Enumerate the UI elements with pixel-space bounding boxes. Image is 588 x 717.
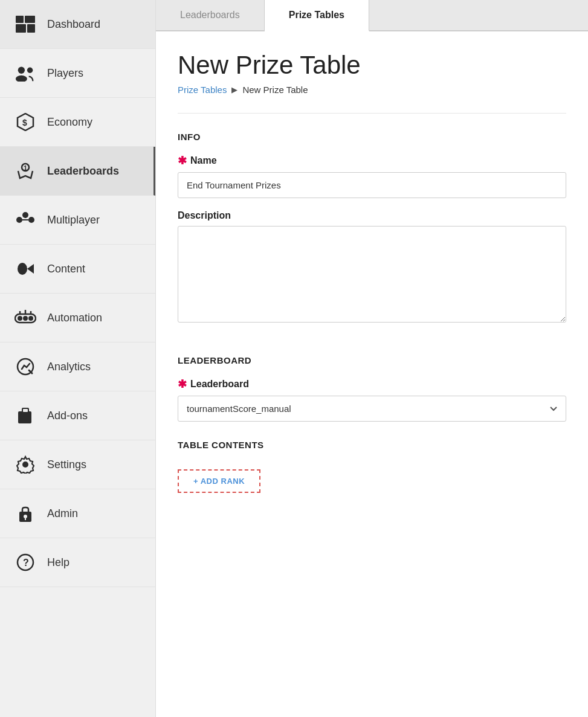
sidebar-item-addons[interactable]: Add-ons <box>0 391 155 440</box>
leaderboards-icon: 1 <box>15 160 36 182</box>
name-input[interactable] <box>178 172 566 198</box>
svg-point-20 <box>23 316 28 321</box>
svg-point-32 <box>24 515 27 518</box>
svg-point-16 <box>18 263 27 275</box>
svg-text:?: ? <box>23 558 29 568</box>
info-section: INFO ✱ Name Description <box>178 132 566 337</box>
table-contents-section: TABLE CONTENTS + ADD RANK <box>178 440 566 493</box>
page-title: New Prize Table <box>178 51 566 80</box>
svg-rect-2 <box>16 24 26 33</box>
leaderboard-heading: LEADERBOARD <box>178 355 566 365</box>
svg-rect-29 <box>23 409 28 412</box>
sidebar-label-players: Players <box>47 67 83 80</box>
sidebar-label-automation: Automation <box>47 312 102 324</box>
description-input[interactable] <box>178 226 566 323</box>
breadcrumb: Prize Tables ▶ New Prize Table <box>178 85 566 95</box>
svg-point-21 <box>28 316 33 321</box>
leaderboard-required-star: ✱ <box>178 378 187 391</box>
sidebar-item-content[interactable]: Content <box>0 245 155 294</box>
breadcrumb-link[interactable]: Prize Tables <box>178 85 227 95</box>
svg-rect-3 <box>27 24 35 33</box>
sidebar-item-players[interactable]: Players <box>0 49 155 98</box>
sidebar-label-dashboard: Dashboard <box>47 18 100 31</box>
automation-icon <box>15 307 36 329</box>
multiplayer-icon <box>15 209 36 231</box>
sidebar-label-settings: Settings <box>47 458 86 471</box>
svg-rect-27 <box>18 411 31 423</box>
sidebar-item-leaderboards[interactable]: 1 Leaderboards <box>0 147 155 196</box>
sidebar-label-content: Content <box>47 263 85 275</box>
economy-icon: $ <box>15 111 36 133</box>
svg-rect-0 <box>16 16 24 23</box>
sidebar-item-multiplayer[interactable]: Multiplayer <box>0 196 155 245</box>
svg-text:$: $ <box>22 118 27 127</box>
leaderboard-select[interactable]: tournamentScore_manual <box>178 396 566 422</box>
sidebar-label-economy: Economy <box>47 116 92 129</box>
svg-point-11 <box>16 217 22 223</box>
sidebar-label-admin: Admin <box>47 507 78 520</box>
analytics-icon <box>15 356 36 378</box>
breadcrumb-current: New Prize Table <box>242 85 308 95</box>
svg-text:1: 1 <box>24 164 27 172</box>
svg-point-4 <box>18 67 25 74</box>
sidebar-item-dashboard[interactable]: Dashboard <box>0 0 155 49</box>
add-rank-button[interactable]: + ADD RANK <box>178 469 260 493</box>
svg-point-19 <box>18 316 22 321</box>
sidebar: Dashboard Players $ Economy 1 <box>0 0 156 717</box>
sidebar-label-multiplayer: Multiplayer <box>47 214 100 227</box>
name-required-star: ✱ <box>178 154 187 167</box>
tab-leaderboards[interactable]: Leaderboards <box>156 0 265 30</box>
sidebar-item-help[interactable]: ? Help <box>0 538 155 587</box>
sidebar-label-leaderboards: Leaderboards <box>47 165 119 178</box>
svg-point-6 <box>27 68 33 73</box>
main-content: Leaderboards Prize Tables New Prize Tabl… <box>156 0 588 717</box>
admin-icon <box>15 503 36 524</box>
svg-point-30 <box>22 461 28 468</box>
sidebar-label-addons: Add-ons <box>47 410 88 422</box>
addons-icon <box>15 405 36 426</box>
help-icon: ? <box>15 551 36 573</box>
sidebar-label-analytics: Analytics <box>47 361 91 373</box>
name-field-label: ✱ Name <box>178 154 566 167</box>
sidebar-item-admin[interactable]: Admin <box>0 489 155 538</box>
description-field-label: Description <box>178 210 566 221</box>
svg-point-5 <box>16 76 27 82</box>
settings-icon <box>15 454 36 475</box>
table-contents-heading: TABLE CONTENTS <box>178 440 566 450</box>
section-divider <box>178 113 566 114</box>
leaderboard-field-label: ✱ Leaderboard <box>178 378 566 391</box>
content-area: New Prize Table Prize Tables ▶ New Prize… <box>156 31 588 717</box>
tab-prize-tables[interactable]: Prize Tables <box>265 0 369 31</box>
svg-marker-17 <box>27 264 34 274</box>
svg-rect-1 <box>25 16 35 23</box>
players-icon <box>15 62 36 84</box>
sidebar-label-help: Help <box>47 556 69 569</box>
content-icon <box>15 258 36 280</box>
leaderboard-section: LEADERBOARD ✱ Leaderboard tournamentScor… <box>178 355 566 422</box>
add-rank-label: + ADD RANK <box>193 477 245 486</box>
svg-point-12 <box>28 217 34 223</box>
tab-bar: Leaderboards Prize Tables <box>156 0 588 31</box>
sidebar-item-economy[interactable]: $ Economy <box>0 98 155 147</box>
dashboard-icon <box>15 13 36 35</box>
sidebar-item-analytics[interactable]: Analytics <box>0 342 155 391</box>
info-heading: INFO <box>178 132 566 142</box>
breadcrumb-separator: ▶ <box>231 85 237 94</box>
sidebar-item-automation[interactable]: Automation <box>0 294 155 342</box>
sidebar-item-settings[interactable]: Settings <box>0 440 155 489</box>
